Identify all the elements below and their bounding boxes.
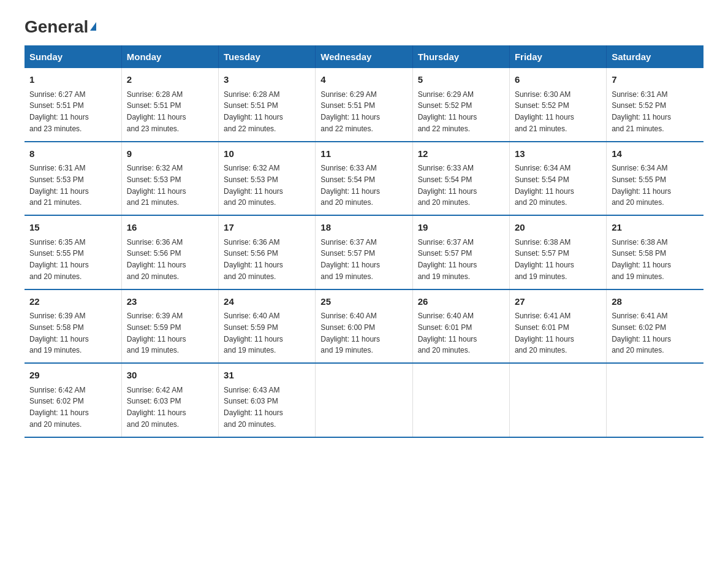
calendar-cell: 8 Sunrise: 6:31 AMSunset: 5:53 PMDayligh… <box>25 142 121 216</box>
logo-text: General <box>25 18 96 36</box>
calendar-cell: 19 Sunrise: 6:37 AMSunset: 5:57 PMDaylig… <box>412 215 509 289</box>
calendar-cell: 1 Sunrise: 6:27 AMSunset: 5:51 PMDayligh… <box>25 68 121 142</box>
day-number: 4 <box>320 73 407 87</box>
day-info: Sunrise: 6:42 AMSunset: 6:02 PMDaylight:… <box>29 386 89 429</box>
day-number: 26 <box>418 295 504 309</box>
calendar-header: SundayMondayTuesdayWednesdayThursdayFrid… <box>25 45 703 68</box>
calendar-cell: 30 Sunrise: 6:42 AMSunset: 6:03 PMDaylig… <box>121 363 218 437</box>
calendar-cell: 10 Sunrise: 6:32 AMSunset: 5:53 PMDaylig… <box>219 142 316 216</box>
calendar-cell: 5 Sunrise: 6:29 AMSunset: 5:52 PMDayligh… <box>412 68 509 142</box>
day-info: Sunrise: 6:28 AMSunset: 5:51 PMDaylight:… <box>127 90 186 133</box>
day-number: 24 <box>224 295 310 309</box>
calendar-cell: 23 Sunrise: 6:39 AMSunset: 5:59 PMDaylig… <box>121 289 218 364</box>
weekday-header-wednesday: Wednesday <box>316 45 412 68</box>
logo-triangle-icon <box>90 22 96 31</box>
day-number: 8 <box>29 147 116 161</box>
day-info: Sunrise: 6:35 AMSunset: 5:55 PMDaylight:… <box>29 238 89 281</box>
calendar-cell: 11 Sunrise: 6:33 AMSunset: 5:54 PMDaylig… <box>316 142 412 216</box>
calendar-cell <box>316 363 412 437</box>
day-info: Sunrise: 6:33 AMSunset: 5:54 PMDaylight:… <box>418 164 477 207</box>
weekday-header-sunday: Sunday <box>25 45 121 68</box>
logo: General <box>25 18 96 33</box>
day-number: 2 <box>127 73 213 87</box>
calendar-cell: 15 Sunrise: 6:35 AMSunset: 5:55 PMDaylig… <box>25 215 121 289</box>
day-info: Sunrise: 6:36 AMSunset: 5:56 PMDaylight:… <box>127 238 186 281</box>
day-number: 1 <box>29 73 116 87</box>
calendar-cell: 9 Sunrise: 6:32 AMSunset: 5:53 PMDayligh… <box>121 142 218 216</box>
calendar-table: SundayMondayTuesdayWednesdayThursdayFrid… <box>25 45 703 438</box>
day-info: Sunrise: 6:41 AMSunset: 6:02 PMDaylight:… <box>612 312 671 354</box>
day-number: 30 <box>127 369 213 383</box>
day-info: Sunrise: 6:39 AMSunset: 5:58 PMDaylight:… <box>29 312 89 354</box>
day-number: 14 <box>612 147 699 161</box>
weekday-header-monday: Monday <box>121 45 218 68</box>
day-info: Sunrise: 6:34 AMSunset: 5:54 PMDaylight:… <box>515 164 574 207</box>
day-number: 20 <box>515 221 601 235</box>
day-info: Sunrise: 6:37 AMSunset: 5:57 PMDaylight:… <box>418 238 477 281</box>
day-number: 29 <box>29 369 116 383</box>
calendar-cell: 13 Sunrise: 6:34 AMSunset: 5:54 PMDaylig… <box>509 142 606 216</box>
calendar-cell: 7 Sunrise: 6:31 AMSunset: 5:52 PMDayligh… <box>607 68 703 142</box>
calendar-cell: 20 Sunrise: 6:38 AMSunset: 5:57 PMDaylig… <box>509 215 606 289</box>
day-info: Sunrise: 6:28 AMSunset: 5:51 PMDaylight:… <box>224 90 283 133</box>
calendar-cell: 2 Sunrise: 6:28 AMSunset: 5:51 PMDayligh… <box>121 68 218 142</box>
calendar-cell: 27 Sunrise: 6:41 AMSunset: 6:01 PMDaylig… <box>509 289 606 364</box>
day-number: 25 <box>320 295 407 309</box>
day-info: Sunrise: 6:38 AMSunset: 5:58 PMDaylight:… <box>612 238 671 281</box>
day-number: 31 <box>224 369 310 383</box>
calendar-cell <box>607 363 703 437</box>
day-number: 22 <box>29 295 116 309</box>
day-number: 7 <box>612 73 699 87</box>
day-number: 17 <box>224 221 310 235</box>
day-info: Sunrise: 6:36 AMSunset: 5:56 PMDaylight:… <box>224 238 283 281</box>
calendar-cell <box>412 363 509 437</box>
weekday-header-friday: Friday <box>509 45 606 68</box>
calendar-cell: 26 Sunrise: 6:40 AMSunset: 6:01 PMDaylig… <box>412 289 509 364</box>
day-info: Sunrise: 6:41 AMSunset: 6:01 PMDaylight:… <box>515 312 574 354</box>
day-info: Sunrise: 6:38 AMSunset: 5:57 PMDaylight:… <box>515 238 574 281</box>
day-number: 15 <box>29 221 116 235</box>
day-info: Sunrise: 6:31 AMSunset: 5:52 PMDaylight:… <box>612 90 671 133</box>
day-number: 19 <box>418 221 504 235</box>
weekday-header-saturday: Saturday <box>607 45 703 68</box>
calendar-cell: 25 Sunrise: 6:40 AMSunset: 6:00 PMDaylig… <box>316 289 412 364</box>
day-number: 23 <box>127 295 213 309</box>
week-row-5: 29 Sunrise: 6:42 AMSunset: 6:02 PMDaylig… <box>25 363 703 437</box>
day-info: Sunrise: 6:32 AMSunset: 5:53 PMDaylight:… <box>224 164 283 207</box>
day-number: 9 <box>127 147 213 161</box>
weekday-header-thursday: Thursday <box>412 45 509 68</box>
calendar-cell: 28 Sunrise: 6:41 AMSunset: 6:02 PMDaylig… <box>607 289 703 364</box>
calendar-cell: 12 Sunrise: 6:33 AMSunset: 5:54 PMDaylig… <box>412 142 509 216</box>
weekday-header-tuesday: Tuesday <box>219 45 316 68</box>
day-info: Sunrise: 6:37 AMSunset: 5:57 PMDaylight:… <box>320 238 380 281</box>
week-row-1: 1 Sunrise: 6:27 AMSunset: 5:51 PMDayligh… <box>25 68 703 142</box>
day-info: Sunrise: 6:34 AMSunset: 5:55 PMDaylight:… <box>612 164 671 207</box>
calendar-cell: 17 Sunrise: 6:36 AMSunset: 5:56 PMDaylig… <box>219 215 316 289</box>
week-row-2: 8 Sunrise: 6:31 AMSunset: 5:53 PMDayligh… <box>25 142 703 216</box>
day-number: 28 <box>612 295 699 309</box>
day-number: 10 <box>224 147 310 161</box>
calendar-body: 1 Sunrise: 6:27 AMSunset: 5:51 PMDayligh… <box>25 68 703 437</box>
day-number: 21 <box>612 221 699 235</box>
day-number: 16 <box>127 221 213 235</box>
day-info: Sunrise: 6:32 AMSunset: 5:53 PMDaylight:… <box>127 164 186 207</box>
day-info: Sunrise: 6:29 AMSunset: 5:52 PMDaylight:… <box>418 90 477 133</box>
calendar-cell: 21 Sunrise: 6:38 AMSunset: 5:58 PMDaylig… <box>607 215 703 289</box>
day-info: Sunrise: 6:29 AMSunset: 5:51 PMDaylight:… <box>320 90 380 133</box>
calendar-cell: 24 Sunrise: 6:40 AMSunset: 5:59 PMDaylig… <box>219 289 316 364</box>
week-row-3: 15 Sunrise: 6:35 AMSunset: 5:55 PMDaylig… <box>25 215 703 289</box>
calendar-cell: 16 Sunrise: 6:36 AMSunset: 5:56 PMDaylig… <box>121 215 218 289</box>
calendar-cell: 3 Sunrise: 6:28 AMSunset: 5:51 PMDayligh… <box>219 68 316 142</box>
calendar-cell: 4 Sunrise: 6:29 AMSunset: 5:51 PMDayligh… <box>316 68 412 142</box>
day-number: 5 <box>418 73 504 87</box>
week-row-4: 22 Sunrise: 6:39 AMSunset: 5:58 PMDaylig… <box>25 289 703 364</box>
day-number: 12 <box>418 147 504 161</box>
day-info: Sunrise: 6:27 AMSunset: 5:51 PMDaylight:… <box>29 90 89 133</box>
day-info: Sunrise: 6:40 AMSunset: 6:01 PMDaylight:… <box>418 312 477 354</box>
calendar-cell: 31 Sunrise: 6:43 AMSunset: 6:03 PMDaylig… <box>219 363 316 437</box>
calendar-cell: 29 Sunrise: 6:42 AMSunset: 6:02 PMDaylig… <box>25 363 121 437</box>
day-info: Sunrise: 6:33 AMSunset: 5:54 PMDaylight:… <box>320 164 380 207</box>
calendar-cell: 6 Sunrise: 6:30 AMSunset: 5:52 PMDayligh… <box>509 68 606 142</box>
day-info: Sunrise: 6:42 AMSunset: 6:03 PMDaylight:… <box>127 386 186 429</box>
calendar-cell: 18 Sunrise: 6:37 AMSunset: 5:57 PMDaylig… <box>316 215 412 289</box>
